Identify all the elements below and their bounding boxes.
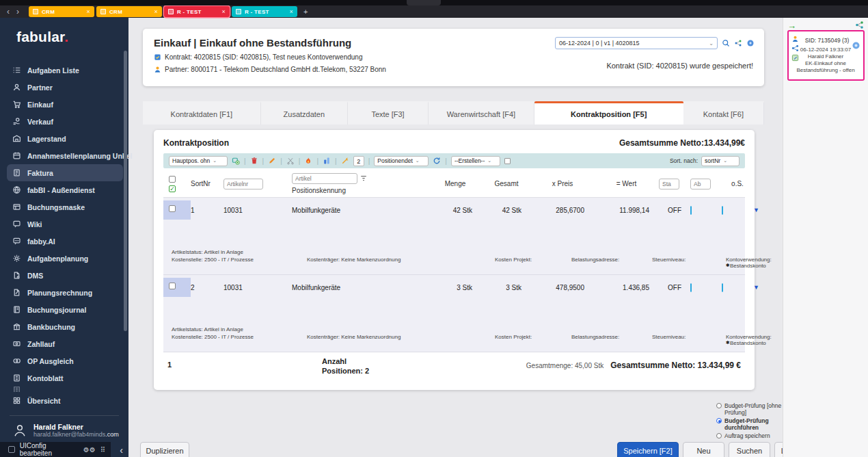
sidebar-item-planungsrechnung[interactable]: Planungsrechnung xyxy=(7,284,123,301)
tab-kontraktposition-f5[interactable]: Kontraktposition [F5] xyxy=(534,101,683,125)
sidebar-item-zahllauf[interactable]: Zahllauf xyxy=(7,335,123,352)
share-nodes-icon[interactable] xyxy=(734,39,742,47)
sidebar-item-faktura[interactable]: Faktura xyxy=(7,164,123,181)
duplizieren-button[interactable]: Duplizieren xyxy=(140,442,189,457)
info-circle-icon[interactable] xyxy=(746,39,755,47)
sidebar-item-item[interactable] xyxy=(7,387,123,392)
browser-tab-crm[interactable]: CRM × xyxy=(29,6,94,17)
history-back-icon[interactable]: ‹ xyxy=(7,7,10,16)
ab-filter-field[interactable] xyxy=(694,181,707,187)
version-select[interactable]: 06-12-2024 | 0 | v1 | 4020815⌄ xyxy=(555,37,718,49)
row-expand-icon[interactable]: ▼ xyxy=(753,284,766,291)
hauptposition-select[interactable]: Hauptpos. ohn⌄ xyxy=(169,156,228,166)
sort-select[interactable]: sortNr⌄ xyxy=(701,156,740,166)
status-filter-field[interactable] xyxy=(662,181,676,187)
filter-checked-checkbox[interactable]: ✓ xyxy=(169,185,176,192)
position-detail-select[interactable]: Positionendet⌄ xyxy=(374,156,429,166)
sidebar-item-buchungsjournal[interactable]: Buchungsjournal xyxy=(7,301,123,318)
sidebar-item-op-ausgleich[interactable]: OP Ausgleich xyxy=(7,352,123,369)
ab-filter-input[interactable] xyxy=(690,179,711,190)
sidebar-item-aufgabenplanung[interactable]: Aufgabenplanung xyxy=(7,250,123,267)
tab-texte-f3[interactable]: Texte [F3] xyxy=(348,101,429,125)
sidebar-item-annahmestellenplanung-unkel[interactable]: Annahmestellenplanung Unkel xyxy=(7,147,123,164)
person-icon xyxy=(12,83,21,92)
browser-tab-crm[interactable]: CRM × xyxy=(96,6,162,17)
tab-kontakt-f6[interactable]: Kontakt [F6] xyxy=(683,101,764,125)
browser-tab-r-test[interactable]: R - TEST × xyxy=(164,6,230,17)
drag-grid-icon[interactable]: ⠿ xyxy=(100,446,105,454)
flame-icon[interactable] xyxy=(304,157,312,165)
edit-position-icon[interactable] xyxy=(268,157,276,165)
radio-icon[interactable] xyxy=(716,433,722,439)
module-tabs: Kontraktdaten [F1] Zusatzdaten Texte [F3… xyxy=(143,101,764,125)
radio-icon[interactable] xyxy=(716,403,722,408)
select-all-checkbox[interactable] xyxy=(169,176,176,183)
uiconfig-checkbox[interactable] xyxy=(8,446,15,453)
sidebar-item-label: Übersicht xyxy=(27,397,60,405)
speichern-button[interactable]: Speichern [F2] xyxy=(617,442,679,457)
total-netto: Gesamtsumme Netto: 13.434,99 € xyxy=(610,361,741,370)
gears-icon[interactable]: ⚙⚙ xyxy=(83,446,96,454)
erstellen-select[interactable]: --Erstellen--⌄ xyxy=(451,156,500,166)
artikelnr-filter-input[interactable] xyxy=(223,179,263,190)
row-expand-icon[interactable]: ▼ xyxy=(753,207,766,213)
row-checkbox[interactable] xyxy=(169,283,176,289)
asterisk-icon: ✱ xyxy=(726,263,730,267)
status-filter-input[interactable] xyxy=(659,179,679,190)
sidebar-item-dms[interactable]: DMS xyxy=(7,267,123,284)
session-card[interactable]: SID: 7135049 (3) 06-12-2024 19:33:07 Har… xyxy=(787,30,865,81)
position-count-input[interactable]: 2 xyxy=(353,156,364,166)
sidebar-item-bankbuchung[interactable]: Bankbuchung xyxy=(7,318,123,335)
artikel-filter-field[interactable] xyxy=(295,175,354,182)
os-checkbox[interactable] xyxy=(722,283,723,292)
application-window: ‹ › CRM × CRM × R - TEST × R - TEST × + … xyxy=(0,0,868,457)
close-icon[interactable]: × xyxy=(221,8,226,15)
artikel-filter-input[interactable] xyxy=(292,173,357,184)
tab-warenwirtschaft-f4[interactable]: Warenwirtschaft [F4] xyxy=(429,101,534,125)
filter-funnel-icon[interactable] xyxy=(360,175,367,182)
sidebar-scrollbar[interactable] xyxy=(124,51,127,331)
add-position-icon[interactable] xyxy=(232,157,240,165)
close-icon[interactable]: × xyxy=(289,8,293,15)
sidebar-item-aufgaben-liste[interactable]: Aufgaben Liste xyxy=(7,62,123,79)
session-refresh-icon[interactable] xyxy=(852,40,860,47)
preview-icon[interactable] xyxy=(722,39,730,47)
cut-icon[interactable] xyxy=(286,157,295,165)
neu-button[interactable]: Neu xyxy=(683,442,724,457)
os-checkbox[interactable] xyxy=(722,206,723,215)
green-arrow-icon[interactable]: → xyxy=(787,21,796,31)
table-row[interactable]: 1 10031 Mobilfunkgeräte 42 Stk 42 Stk 28… xyxy=(163,198,745,275)
close-icon[interactable]: × xyxy=(86,8,90,15)
sidebar-item-buchungsmaske[interactable]: Buchungsmaske xyxy=(7,198,123,216)
refresh-icon[interactable] xyxy=(433,157,441,165)
history-forward-icon[interactable]: › xyxy=(16,7,19,16)
share-icon[interactable] xyxy=(855,20,864,29)
tab-zusatzdaten[interactable]: Zusatzdaten xyxy=(261,101,348,125)
close-icon[interactable]: × xyxy=(154,8,158,15)
new-tab-button[interactable]: + xyxy=(303,8,308,16)
sidebar-item-verkauf[interactable]: Verkauf xyxy=(7,113,123,130)
sidebar-item-lagerstand[interactable]: Lagerstand xyxy=(7,130,123,147)
sidebar-item-einkauf[interactable]: Einkauf xyxy=(7,96,123,113)
browser-tab-r-test[interactable]: R - TEST × xyxy=(232,6,297,17)
wand-icon[interactable] xyxy=(341,157,349,165)
delete-position-icon[interactable] xyxy=(250,157,258,165)
sidebar-collapse-button[interactable]: ‹ xyxy=(120,445,123,456)
artikelnr-filter-field[interactable] xyxy=(227,181,260,187)
sidebar-item-fabby-ai[interactable]: fabby.AI xyxy=(7,233,123,250)
cell-gesamt: 3 Stk xyxy=(482,284,531,291)
sidebar-item-partner[interactable]: Partner xyxy=(7,79,123,96)
columns-icon[interactable] xyxy=(323,157,331,165)
sidebar-item-wiki[interactable]: Wiki xyxy=(7,216,123,233)
row-checkbox[interactable] xyxy=(169,205,176,212)
table-row[interactable]: 2 10031 Mobilfunkgeräte 3 Stk 3 Stk 478,… xyxy=(163,275,745,352)
tab-kontraktdaten-f1[interactable]: Kontraktdaten [F1] xyxy=(143,101,261,125)
ab-checkbox[interactable] xyxy=(690,283,692,292)
sidebar-item-kontoblatt[interactable]: Kontoblatt xyxy=(7,369,123,387)
sidebar-item-bersicht[interactable]: Übersicht xyxy=(7,392,123,409)
toolbar-checkbox[interactable] xyxy=(504,158,511,164)
suchen-button[interactable]: Suchen xyxy=(729,442,770,457)
radio-icon[interactable] xyxy=(716,418,722,423)
ab-checkbox[interactable] xyxy=(690,206,692,215)
sidebar-item-fabbi-au-endienst[interactable]: fabBI - Außendienst xyxy=(7,181,123,198)
